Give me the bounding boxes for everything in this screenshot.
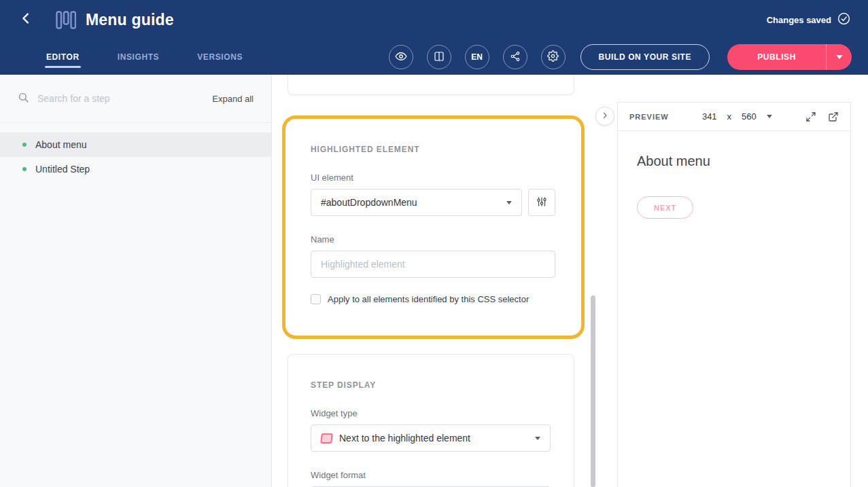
step-display-card: STEP DISPLAY Widget type Next to the hig… bbox=[288, 354, 574, 487]
preview-header-icons bbox=[805, 111, 839, 122]
layout-columns-icon bbox=[434, 51, 445, 64]
chevron-right-icon bbox=[601, 111, 609, 122]
preview-eye-button[interactable] bbox=[389, 45, 413, 69]
ui-element-select[interactable]: #aboutDropdownMenu bbox=[311, 189, 522, 216]
preview-height-value[interactable]: 560 bbox=[742, 111, 757, 122]
share-icon bbox=[510, 51, 521, 64]
chevron-down-icon bbox=[767, 115, 772, 118]
preview-size-controls[interactable]: 341 x 560 bbox=[702, 111, 772, 122]
step-list-item-about-menu[interactable]: About menu bbox=[0, 132, 271, 157]
editor-scrollbar[interactable] bbox=[591, 295, 595, 487]
settings-button[interactable] bbox=[541, 45, 566, 69]
collapse-preview-button[interactable] bbox=[595, 107, 614, 126]
build-on-site-button[interactable]: BUILD ON YOUR SITE bbox=[580, 44, 710, 70]
language-button[interactable]: EN bbox=[465, 45, 489, 69]
chevron-down-icon bbox=[535, 437, 540, 440]
step-status-dot bbox=[22, 143, 27, 147]
name-label: Name bbox=[311, 234, 555, 245]
widget-format-label: Widget format bbox=[311, 470, 551, 480]
gear-icon bbox=[547, 50, 559, 64]
tooltip-widget-icon bbox=[320, 433, 333, 444]
highlighted-element-card: HIGHLIGHTED ELEMENT UI element #aboutDro… bbox=[282, 115, 585, 339]
check-circle-icon bbox=[837, 12, 850, 27]
widget-type-label: Widget type bbox=[311, 408, 551, 418]
changes-saved-status: Changes saved bbox=[767, 12, 850, 27]
tab-insights[interactable]: INSIGHTS bbox=[118, 39, 159, 75]
chevron-down-icon bbox=[506, 201, 512, 204]
back-button[interactable] bbox=[18, 11, 35, 29]
app-header: Menu guide Changes saved EDITOR INSIGHTS… bbox=[0, 0, 868, 75]
preview-title: PREVIEW bbox=[629, 113, 669, 121]
page-title: Menu guide bbox=[86, 11, 174, 29]
preview-content: About menu NEXT bbox=[618, 131, 850, 241]
expand-all-link[interactable]: Expand all bbox=[212, 94, 254, 104]
element-name-input[interactable] bbox=[311, 251, 555, 278]
ui-element-label: UI element bbox=[311, 173, 555, 183]
preview-width-value[interactable]: 341 bbox=[702, 111, 717, 122]
step-status-dot bbox=[22, 167, 27, 171]
changes-saved-label: Changes saved bbox=[767, 15, 831, 25]
apply-all-checkbox[interactable] bbox=[311, 294, 321, 304]
sliders-icon bbox=[536, 196, 548, 210]
widget-type-select[interactable]: Next to the highlighted element bbox=[311, 425, 551, 452]
steps-sidebar: Expand all About menu Untitled Step bbox=[0, 75, 272, 487]
open-external-button[interactable] bbox=[828, 111, 839, 122]
eye-icon bbox=[395, 50, 407, 65]
section-title: STEP DISPLAY bbox=[311, 380, 551, 390]
share-button[interactable] bbox=[503, 45, 527, 69]
expand-preview-button[interactable] bbox=[805, 111, 816, 122]
chevron-left-icon bbox=[19, 11, 34, 29]
tab-versions[interactable]: VERSIONS bbox=[197, 39, 243, 75]
step-editor-panel: HIGHLIGHTED ELEMENT UI element #aboutDro… bbox=[273, 75, 617, 487]
guide-type-icon bbox=[56, 11, 76, 29]
header-top-row: Menu guide Changes saved bbox=[0, 0, 868, 39]
publish-button[interactable]: PUBLISH bbox=[727, 44, 826, 70]
layout-button[interactable] bbox=[427, 45, 451, 69]
apply-all-label: Apply to all elements identified by this… bbox=[328, 294, 529, 304]
publish-dropdown-toggle[interactable] bbox=[826, 44, 852, 70]
search-icon bbox=[18, 92, 29, 106]
preview-step-title: About menu bbox=[637, 154, 831, 169]
section-title: HIGHLIGHTED ELEMENT bbox=[311, 145, 555, 154]
publish-button-group: PUBLISH bbox=[727, 44, 852, 70]
header-tabs: EDITOR INSIGHTS VERSIONS bbox=[46, 39, 243, 75]
preview-panel: PREVIEW 341 x 560 About menu NEXT bbox=[617, 102, 851, 487]
ui-element-row: #aboutDropdownMenu bbox=[311, 189, 555, 216]
widget-type-value: Next to the highlighted element bbox=[339, 433, 528, 444]
preview-next-button[interactable]: NEXT bbox=[637, 196, 693, 219]
size-separator: x bbox=[727, 111, 732, 122]
step-label: About menu bbox=[35, 139, 87, 150]
step-list-item-untitled-step[interactable]: Untitled Step bbox=[0, 157, 271, 181]
header-toolbar-row: EDITOR INSIGHTS VERSIONS EN bbox=[0, 39, 868, 75]
chevron-down-icon bbox=[836, 55, 843, 59]
step-list: About menu Untitled Step bbox=[0, 123, 271, 181]
step-label: Untitled Step bbox=[35, 164, 90, 175]
search-input[interactable] bbox=[37, 93, 212, 104]
ui-element-value: #aboutDropdownMenu bbox=[321, 197, 500, 208]
step-search-row: Expand all bbox=[0, 75, 271, 123]
apply-all-row[interactable]: Apply to all elements identified by this… bbox=[311, 294, 555, 304]
previous-settings-card-partial bbox=[288, 75, 574, 95]
preview-header: PREVIEW 341 x 560 bbox=[618, 103, 850, 131]
element-picker-settings-button[interactable] bbox=[528, 189, 555, 216]
header-actions: EN BUILD ON YOUR SITE PUBLISH bbox=[389, 44, 852, 70]
tab-editor[interactable]: EDITOR bbox=[46, 39, 80, 75]
